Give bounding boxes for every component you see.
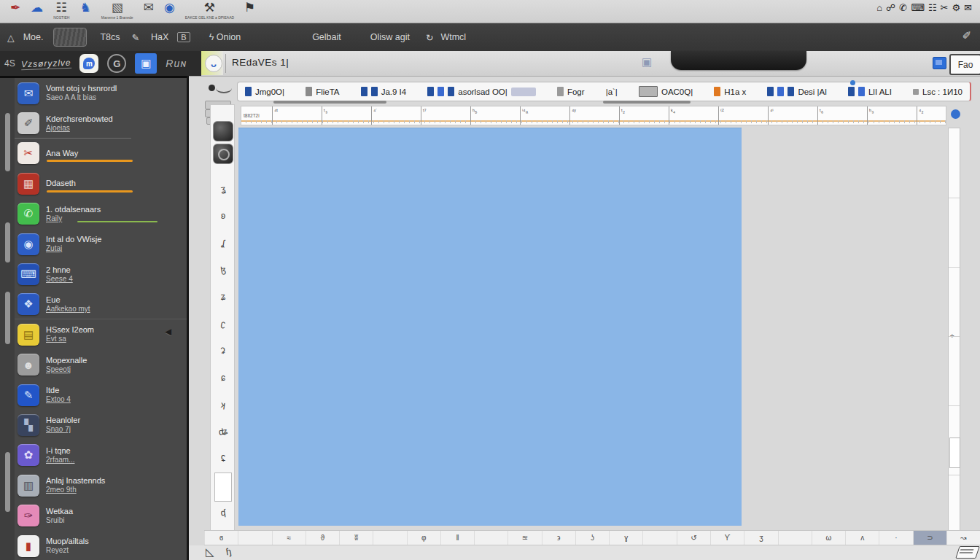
tool-icon[interactable]: ʥ [210,425,236,439]
canvas-tab[interactable]: H1a x [714,87,746,96]
workspace-label[interactable]: 4S [4,58,15,69]
bottom-tool-cell[interactable]: ω [812,531,845,545]
bottom-tool-cell[interactable]: ɣ [609,531,642,545]
document-title[interactable]: REdaVEs 1| [232,57,289,68]
tool-icon[interactable]: ʚ [211,211,236,221]
sidebar-item-subtitle[interactable]: Aafkekao myt [46,305,90,314]
menu-item-moe-[interactable]: Moe. [23,32,44,42]
sidebar-item[interactable]: ✐KderchsrenbowtedAjoeias [15,108,187,138]
menu-item-t8cs[interactable]: T8cs [100,32,120,42]
triangle-tool-icon[interactable]: ◺ [206,545,214,559]
guide-dot[interactable] [951,109,960,119]
menu-item-hax[interactable]: HaX [151,32,168,42]
sidebar-item-subtitle[interactable]: Seese 4 [46,275,73,284]
sidebar-item[interactable]: ✿I-i tqne2rfaam... [15,440,187,470]
sidebar-item[interactable]: ▮Muop/ailtalsReyezt [15,531,187,560]
tab-bar-right-button[interactable]: Fao [949,54,980,75]
bottom-tool-cell[interactable]: ϒ [710,531,744,545]
tool-icon[interactable]: ʑ [211,292,236,302]
tool-icon[interactable]: ʞ [210,398,236,412]
view-toggle-button[interactable] [213,144,233,164]
bottom-tool-cell[interactable]: ʌ [845,531,879,545]
bottom-tool-cell[interactable]: ϑ [306,531,339,545]
sidebar-scroll-thumb[interactable] [5,113,10,171]
vertical-scrollbar-thumb[interactable] [949,438,960,468]
canvas[interactable] [238,128,742,526]
bottom-tool-cell[interactable]: ≈ [272,531,306,545]
grid-panel-icon[interactable]: ☷NOSTIEH [53,1,69,20]
sidebar-item[interactable]: ▚HeanlolerSnao 7j [15,410,187,440]
bottom-tool-cell[interactable] [474,531,508,545]
doc-app-icon[interactable]: ᴗ [205,55,222,72]
tool-icon[interactable]: ʆ [210,236,236,250]
canvas-tab[interactable]: Fogr [557,87,585,96]
knight-icon[interactable]: ♞ [79,1,90,20]
sidebar-item[interactable]: ⌨2 hnneSeese 4 [15,259,187,289]
tool-icon[interactable]: ʗ [210,317,236,331]
bottom-tool-cell[interactable]: ⊃ [913,531,946,545]
cube-icon[interactable]: ▣ [642,55,652,69]
sidebar-scroll-thumb[interactable] [5,222,10,262]
sidebar-item-subtitle[interactable]: Zutaj [46,244,101,253]
active-app-icon[interactable]: ▣ [135,53,157,74]
bottom-tool-cell[interactable]: ϶ [542,531,575,545]
sidebar-item-subtitle[interactable]: Evt sa [46,335,94,343]
app-triangle-icon[interactable]: △ [7,32,15,43]
tool-icon[interactable]: ɕ [211,373,236,383]
window-icon[interactable]: ▧Maneme 1 Branede [101,1,133,20]
menu-item-olisw-agit[interactable]: Olisw agit [370,32,410,42]
bottom-tool-cell[interactable]: ≊ [508,531,541,545]
tool-icon[interactable]: ʢ [211,454,236,464]
bottom-tool-cell[interactable]: ʖ [575,531,609,545]
canvas-tab[interactable]: Jmg0O| [245,87,284,96]
orb-icon[interactable]: ◉ [164,1,175,20]
pen-icon[interactable]: ✎ [132,32,139,43]
bottom-tool-cell[interactable]: ↺ [677,531,710,545]
run-label[interactable]: Ruɴ [166,58,187,69]
sidebar-item-subtitle[interactable]: Snao 7j [46,425,80,434]
menu-item-wtmcl[interactable]: Wtmcl [440,32,466,42]
sidebar-item[interactable]: ❖EueAafkekao myt [15,289,187,319]
menu-item-b[interactable]: B [177,32,190,42]
bottom-tool-cell[interactable]: ɞ [204,531,238,545]
sidebar-item[interactable]: ✂Ana Way [15,139,187,168]
bottom-tool-cell[interactable] [642,531,676,545]
sidebar-scroll-rail[interactable] [0,78,15,560]
bottom-tool-cell[interactable]: ʬ [339,531,373,545]
tool-icon[interactable]: ʡ [210,344,236,358]
system-tray[interactable]: ⌂☍✆⌨☷✂⚙✉ [876,2,976,13]
flag-icon[interactable]: ⚑ [244,1,255,20]
bottom-tool-cell[interactable] [778,531,812,545]
sidebar-item[interactable]: ▤HSsex I2eomEvt sa◄ [15,319,187,349]
bottom-tool-cell[interactable]: ↝ [946,531,980,545]
canvas-tab[interactable]: LlI ALI [848,87,892,96]
tools-icon[interactable]: ⚒EAKCE GEL KNE a DPIEAAD [185,1,234,20]
sidebar-item[interactable]: ◉Int al do VWisjeZutaj [15,229,187,259]
refresh-icon[interactable]: ↻ [426,32,433,43]
tool-icon[interactable]: ʠ [210,506,236,520]
sidebar-item-subtitle[interactable]: 2rfaam... [46,456,74,464]
bottom-tool-cell[interactable]: ǁ [440,531,474,545]
sidebar-item[interactable]: ☻MopexnalleSpeeotj [15,350,187,380]
globe-icon[interactable]: ☁ [31,1,43,20]
sidebar-item[interactable]: ▦Ddaseth [15,168,187,198]
pen-sketch-icon[interactable]: ✒ [10,1,20,20]
sidebar-item-subtitle[interactable]: Speeotj [46,365,87,374]
resize-grip-icon[interactable] [955,546,980,559]
horizontal-ruler[interactable]: t8It2T2i ⁴ᵗᵗ₃⁴˙ᵗ⁷ʰ₅ⁱ⁴ₐ⁴ʸᵗ₂ᵏ₄⁽²⁴ⁱᵗ₆ʰ₃⁴₂ [241,106,946,125]
bottom-tool-cell[interactable] [373,531,406,545]
canvas-tab[interactable]: Lsc : 1И10 [913,88,962,96]
sidebar-item[interactable]: ✎ItdeExtoo 4 [15,380,187,410]
sidebar-item[interactable]: ✆1. otdalsenaarsRaily [15,199,187,229]
canvas-tab[interactable]: OAC0Q| [639,86,693,97]
canvas-tab[interactable]: asorlsad OO| [427,87,536,96]
sidebar-item[interactable]: ▥Anlaj Inastennds2meo 9th [15,470,187,500]
scribble-badge[interactable] [53,28,87,47]
chat-app-icon[interactable]: m [79,54,98,73]
menu-item-gelbait[interactable]: Gelbait [312,32,341,42]
palette-icon[interactable]: ✐ [962,29,971,42]
sidebar-item[interactable]: ✉Vomt otoj v hsnrordlSaeo A A lt bias [15,78,187,108]
tool-icon[interactable]: ɮ [210,263,236,277]
sidebar-scroll-thumb[interactable] [5,452,10,512]
tool-icon[interactable]: ʓ [210,182,236,196]
